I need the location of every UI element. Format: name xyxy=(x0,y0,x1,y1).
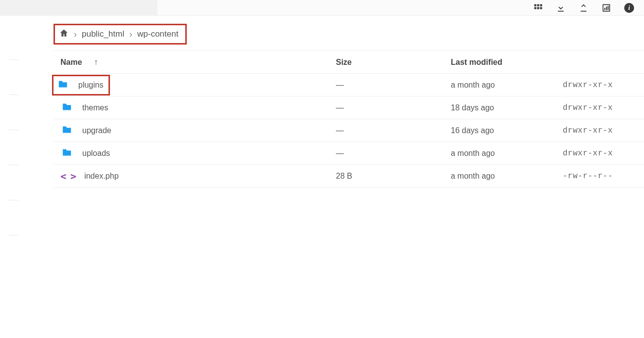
file-permissions: drwxr-xr-x xyxy=(563,81,644,90)
svg-rect-1 xyxy=(537,4,539,6)
topbar-left-panel xyxy=(0,0,158,16)
folder-icon xyxy=(60,147,73,160)
file-name: upgrade xyxy=(82,126,111,135)
download-icon[interactable] xyxy=(556,3,566,13)
upload-icon[interactable] xyxy=(579,3,589,13)
breadcrumb: › public_html › wp-content xyxy=(54,24,187,45)
table-row[interactable]: uploads — a month ago drwxr-xr-x xyxy=(54,142,644,165)
table-row[interactable]: upgrade — 16 days ago drwxr-xr-x xyxy=(54,119,644,142)
grid-view-icon[interactable] xyxy=(533,3,543,13)
file-modified: 16 days ago xyxy=(451,126,563,135)
stats-icon[interactable] xyxy=(601,3,611,13)
file-modified: 18 days ago xyxy=(451,103,563,112)
chevron-right-icon: › xyxy=(74,29,77,40)
file-size: — xyxy=(336,126,451,135)
file-size: 28 B xyxy=(336,172,451,181)
svg-rect-4 xyxy=(537,7,539,9)
file-permissions: drwxr-xr-x xyxy=(563,103,644,112)
file-name: uploads xyxy=(82,149,110,158)
svg-rect-2 xyxy=(540,4,542,6)
file-name: plugins xyxy=(78,81,104,90)
chevron-right-icon: › xyxy=(129,29,132,40)
file-modified: a month ago xyxy=(451,81,563,90)
sort-asc-icon: ↑ xyxy=(94,57,99,67)
folder-icon xyxy=(60,101,73,114)
folder-icon xyxy=(56,79,69,92)
column-header-size[interactable]: Size xyxy=(336,58,451,67)
topbar: i xyxy=(0,0,644,16)
breadcrumb-item[interactable]: public_html xyxy=(82,29,124,39)
file-name: themes xyxy=(82,103,108,112)
highlighted-folder: plugins xyxy=(52,75,110,96)
file-listing: Name ↑ Size Last modified plugins — a mo… xyxy=(54,50,644,188)
sidebar-placeholder xyxy=(9,59,24,270)
file-modified: a month ago xyxy=(451,172,563,181)
svg-rect-6 xyxy=(604,8,605,10)
svg-rect-0 xyxy=(535,4,537,6)
file-size: — xyxy=(336,103,451,112)
column-header-modified[interactable]: Last modified xyxy=(451,58,563,67)
svg-rect-5 xyxy=(540,7,542,9)
column-header-name[interactable]: Name ↑ xyxy=(54,57,336,67)
file-size: — xyxy=(336,81,451,90)
file-size: — xyxy=(336,149,451,158)
file-permissions: drwxr-xr-x xyxy=(563,126,644,135)
breadcrumb-item[interactable]: wp-content xyxy=(137,29,178,39)
folder-icon xyxy=(60,124,73,137)
table-row[interactable]: themes — 18 days ago drwxr-xr-x xyxy=(54,97,644,119)
svg-rect-3 xyxy=(535,7,537,9)
svg-rect-8 xyxy=(608,6,609,10)
file-permissions: -rw-r--r-- xyxy=(563,172,644,181)
table-row[interactable]: plugins — a month ago drwxr-xr-x xyxy=(54,74,644,97)
code-file-icon: < > xyxy=(60,170,75,182)
table-row[interactable]: < > index.php 28 B a month ago -rw-r--r-… xyxy=(54,165,644,188)
toolbar: i xyxy=(533,0,634,16)
home-icon[interactable] xyxy=(59,28,69,40)
info-icon[interactable]: i xyxy=(624,3,634,13)
file-permissions: drwxr-xr-x xyxy=(563,149,644,158)
column-name-label: Name xyxy=(60,58,82,67)
file-modified: a month ago xyxy=(451,149,563,158)
table-header: Name ↑ Size Last modified xyxy=(54,51,644,74)
file-name: index.php xyxy=(84,172,118,181)
svg-rect-7 xyxy=(606,7,607,10)
main-panel: › public_html › wp-content Name ↑ Size L… xyxy=(54,16,644,188)
